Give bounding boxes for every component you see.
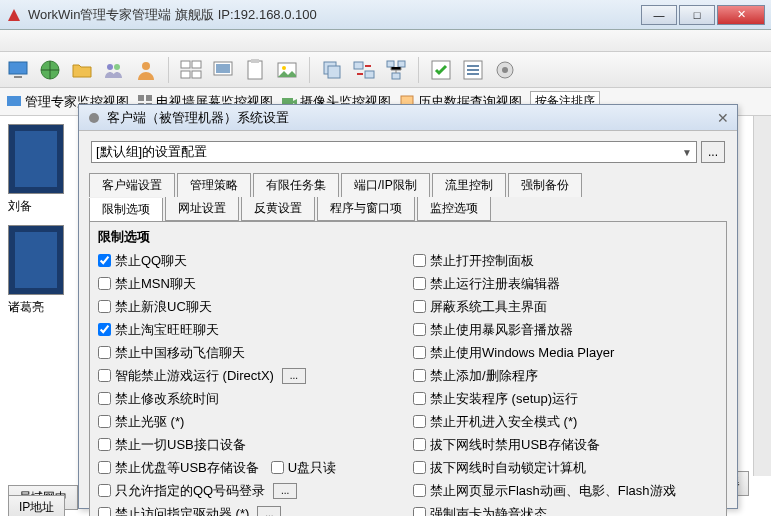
restriction-checkbox[interactable]: 禁止使用暴风影音播放器 bbox=[413, 319, 718, 340]
network-icon[interactable] bbox=[384, 58, 408, 82]
restriction-checkbox[interactable]: 禁止修改系统时间 bbox=[98, 388, 403, 409]
user-icon[interactable] bbox=[134, 58, 158, 82]
settings-tab[interactable]: 网址设置 bbox=[165, 197, 239, 221]
restriction-checkbox[interactable]: 禁止光驱 (*) bbox=[98, 411, 403, 432]
display-icon[interactable] bbox=[211, 58, 235, 82]
config-button[interactable]: ... bbox=[273, 483, 297, 499]
menubar bbox=[0, 30, 771, 52]
checkbox-input[interactable] bbox=[98, 323, 111, 336]
checkbox-input[interactable] bbox=[98, 484, 111, 497]
restriction-checkbox[interactable]: 禁止网页显示Flash动画、电影、Flash游戏 bbox=[413, 480, 718, 501]
restriction-checkbox[interactable]: 禁止添加/删除程序 bbox=[413, 365, 718, 386]
config-group-dropdown[interactable]: [默认组]的设置配置 ▼ bbox=[91, 141, 697, 163]
restriction-checkbox[interactable]: 禁止打开控制面板 bbox=[413, 250, 718, 271]
folder-icon[interactable] bbox=[70, 58, 94, 82]
restriction-checkbox[interactable]: 禁止QQ聊天 bbox=[98, 250, 403, 271]
settings-icon[interactable] bbox=[493, 58, 517, 82]
check-icon[interactable] bbox=[429, 58, 453, 82]
settings-tab[interactable]: 程序与窗口项 bbox=[317, 197, 415, 221]
image-icon[interactable] bbox=[275, 58, 299, 82]
checkbox-label: 禁止安装程序 (setup)运行 bbox=[430, 390, 578, 408]
restriction-checkbox[interactable]: 禁止MSN聊天 bbox=[98, 273, 403, 294]
checkbox-input[interactable] bbox=[98, 415, 111, 428]
close-button[interactable]: ✕ bbox=[717, 5, 765, 25]
checkbox-input[interactable] bbox=[413, 346, 426, 359]
restriction-checkbox[interactable]: 禁止淘宝旺旺聊天 bbox=[98, 319, 403, 340]
checkbox-input[interactable] bbox=[98, 369, 111, 382]
settings-tab[interactable]: 流里控制 bbox=[432, 173, 506, 197]
restriction-checkbox[interactable]: 屏蔽系统工具主界面 bbox=[413, 296, 718, 317]
restriction-checkbox[interactable]: 拔下网线时禁用USB存储设备 bbox=[413, 434, 718, 455]
checkbox-label: 禁止新浪UC聊天 bbox=[115, 298, 212, 316]
restriction-checkbox[interactable]: 禁止优盘等USB存储设备U盘只读 bbox=[98, 457, 403, 478]
restriction-checkbox[interactable]: 禁止安装程序 (setup)运行 bbox=[413, 388, 718, 409]
monitor-icon[interactable] bbox=[6, 58, 30, 82]
settings-tab[interactable]: 有限任务集 bbox=[253, 173, 339, 197]
restriction-checkbox[interactable]: 只允许指定的QQ号码登录... bbox=[98, 480, 403, 501]
checkbox-input[interactable] bbox=[413, 507, 426, 516]
scrollbar[interactable] bbox=[753, 116, 771, 476]
settings-tab[interactable]: 监控选项 bbox=[417, 197, 491, 221]
config-button[interactable]: ... bbox=[257, 506, 281, 517]
svg-point-15 bbox=[282, 66, 286, 70]
settings-tab[interactable]: 管理策略 bbox=[177, 173, 251, 197]
browse-button[interactable]: ... bbox=[701, 141, 725, 163]
checkbox-input[interactable] bbox=[98, 507, 111, 516]
settings-tab[interactable]: 反黄设置 bbox=[241, 197, 315, 221]
checkbox-input[interactable] bbox=[413, 300, 426, 313]
monitor-small-icon bbox=[6, 94, 22, 110]
checkbox-input[interactable] bbox=[413, 323, 426, 336]
clipboard-icon[interactable] bbox=[243, 58, 267, 82]
globe-icon[interactable] bbox=[38, 58, 62, 82]
checkbox-input[interactable] bbox=[98, 254, 111, 267]
checkbox-input[interactable] bbox=[413, 254, 426, 267]
checkbox-input[interactable] bbox=[413, 438, 426, 451]
settings-tab[interactable]: 强制备份 bbox=[508, 173, 582, 197]
maximize-button[interactable]: □ bbox=[679, 5, 715, 25]
restriction-checkbox[interactable]: 禁止开机进入安全模式 (*) bbox=[413, 411, 718, 432]
minimize-button[interactable]: — bbox=[641, 5, 677, 25]
checkbox-input[interactable] bbox=[413, 484, 426, 497]
checkbox-input[interactable] bbox=[98, 300, 111, 313]
app-icon bbox=[6, 7, 22, 23]
svg-rect-13 bbox=[251, 59, 259, 63]
checkbox-input[interactable] bbox=[98, 277, 111, 290]
restriction-checkbox[interactable]: 智能禁止游戏运行 (DirectX)... bbox=[98, 365, 403, 386]
checkbox-input[interactable] bbox=[98, 438, 111, 451]
checkbox-input[interactable] bbox=[413, 369, 426, 382]
checkbox-input[interactable] bbox=[413, 277, 426, 290]
checkbox-label: U盘只读 bbox=[288, 459, 336, 477]
checkbox-input[interactable] bbox=[413, 392, 426, 405]
checkbox-input[interactable] bbox=[413, 461, 426, 474]
restriction-checkbox[interactable]: 禁止新浪UC聊天 bbox=[98, 296, 403, 317]
checkbox-input[interactable] bbox=[271, 461, 284, 474]
restriction-checkbox[interactable]: 禁止一切USB接口设备 bbox=[98, 434, 403, 455]
restriction-checkbox[interactable]: 强制声卡为静音状态 bbox=[413, 503, 718, 516]
dialog-close-icon[interactable]: ✕ bbox=[717, 110, 729, 126]
checkbox-input[interactable] bbox=[98, 346, 111, 359]
checkbox-input[interactable] bbox=[98, 392, 111, 405]
transfer-icon[interactable] bbox=[352, 58, 376, 82]
users-icon[interactable] bbox=[102, 58, 126, 82]
group-title: 限制选项 bbox=[98, 228, 718, 246]
restriction-checkbox[interactable]: 禁止使用Windows Media Player bbox=[413, 342, 718, 363]
copy-icon[interactable] bbox=[320, 58, 344, 82]
restriction-checkbox[interactable]: 禁止中国移动飞信聊天 bbox=[98, 342, 403, 363]
client-name: 刘备 bbox=[8, 198, 78, 215]
tab-ip[interactable]: IP地址 bbox=[8, 495, 65, 516]
config-button[interactable]: ... bbox=[282, 368, 306, 384]
checkbox-input[interactable] bbox=[98, 461, 111, 474]
checkbox-input[interactable] bbox=[413, 415, 426, 428]
settings-tab[interactable]: 限制选项 bbox=[89, 198, 163, 222]
svg-rect-18 bbox=[354, 62, 363, 69]
client-thumb[interactable] bbox=[8, 225, 64, 295]
restriction-checkbox[interactable]: 禁止运行注册表编辑器 bbox=[413, 273, 718, 294]
restriction-checkbox[interactable]: 拔下网线时自动锁定计算机 bbox=[413, 457, 718, 478]
restriction-checkbox[interactable]: 禁止访问指定驱动器 (*)... bbox=[98, 503, 403, 516]
settings-tab[interactable]: 客户端设置 bbox=[89, 173, 175, 197]
list-icon[interactable] bbox=[461, 58, 485, 82]
client-thumb[interactable] bbox=[8, 124, 64, 194]
settings-tab[interactable]: 端口/IP限制 bbox=[341, 173, 430, 197]
checkbox-label: 禁止添加/删除程序 bbox=[430, 367, 538, 385]
screens-icon[interactable] bbox=[179, 58, 203, 82]
